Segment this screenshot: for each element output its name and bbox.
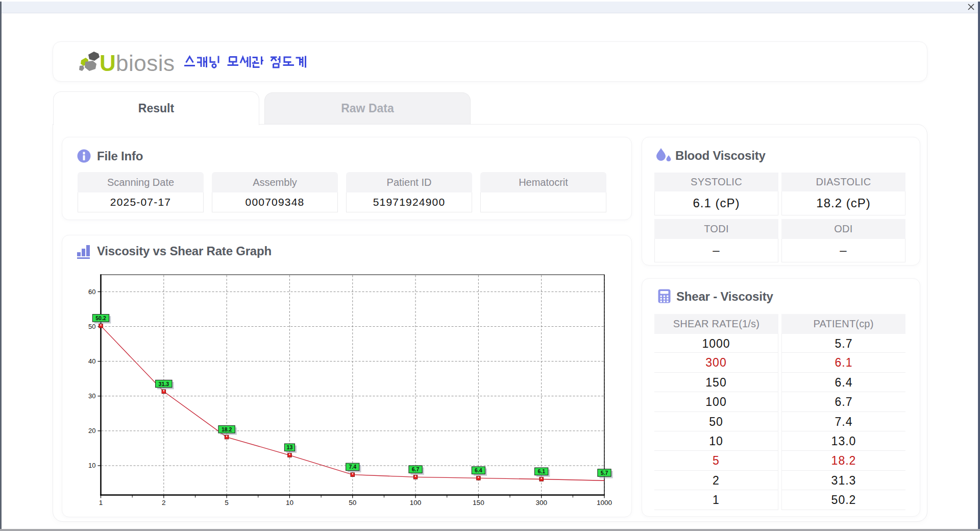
shear-rate-cell: 2 [654,471,778,490]
svg-text:18.2: 18.2 [222,426,232,432]
diastolic-value: 18.2 (cP) [781,191,905,215]
diastolic-header: DIASTOLIC [781,173,905,191]
svg-text:6.4: 6.4 [475,467,482,473]
systolic-value: 6.1 (cP) [654,191,778,215]
odi-value: – [781,239,905,262]
svg-text:6.7: 6.7 [412,466,420,472]
svg-text:2: 2 [162,499,166,506]
tab-result[interactable]: Result [53,91,259,125]
file-info-card: File Info Scanning Date 2025-07-17 Assem… [62,137,632,220]
calculator-icon [658,289,671,303]
svg-text:150: 150 [473,499,484,506]
field-value: 2025-07-17 [78,192,204,212]
file-info-title: File Info [97,149,143,163]
svg-text:40: 40 [88,357,95,365]
ubiosis-logo-icon [79,52,100,71]
app-title-korean [183,55,326,72]
shear-rate-cell: 1 [654,490,778,510]
blood-drops-icon [655,147,673,164]
logo-letter-u: U [100,51,116,76]
tab-raw-data[interactable]: Raw Data [264,92,471,124]
shear-rate-cell: 100 [654,392,778,412]
svg-text:10: 10 [286,499,293,506]
logo-letters-biosis: biosis [116,51,175,76]
shear-rate-column-header: SHEAR RATE(1/s) [654,314,778,333]
svg-text:31.3: 31.3 [159,381,169,387]
info-icon [77,149,91,163]
shear-rate-cell: 150 [654,373,778,392]
shear-rate-cell: 1000 [654,333,778,353]
svg-text:100: 100 [410,499,422,506]
shear-rate-cell: 10 [654,431,778,451]
ubiosis-logo: U biosis [76,49,201,78]
shear-rate-cell: 300 [654,353,778,372]
window-border-bottom [0,529,980,531]
window-titlebar [0,2,980,13]
field-value: 000709348 [212,192,338,212]
svg-text:13: 13 [287,444,293,450]
todi-header: TODI [654,219,778,239]
svg-text:1000: 1000 [597,499,612,506]
patient-cell: 50.2 [781,490,905,510]
patient-column-header: PATIENT(cp) [781,314,905,333]
svg-text:50.2: 50.2 [95,315,106,321]
patient-cell: 6.4 [781,373,905,392]
svg-text:30: 30 [88,392,95,400]
field-label: Scanning Date [78,172,204,192]
shear-viscosity-title: Shear - Viscosity [676,289,773,304]
patient-cell: 6.7 [781,392,905,412]
svg-text:6.1: 6.1 [537,468,545,474]
patient-cell: 5.7 [781,333,905,353]
field-scanning-date: Scanning Date 2025-07-17 [78,172,204,212]
close-button[interactable] [966,2,978,13]
svg-text:50: 50 [88,323,95,330]
blood-viscosity-card: Blood Viscosity SYSTOLIC DIASTOLIC 6.1 (… [642,137,920,266]
field-hematocrit: Hematocrit [480,172,606,212]
patient-cell: 13.0 [781,431,905,451]
window-border-right [978,2,980,531]
field-patient-id: Patient ID 51971924900 [346,172,472,212]
svg-text:7.4: 7.4 [349,464,356,470]
viscosity-graph-card: Viscosity vs Shear Rate Graph 1020304050… [62,235,632,517]
patient-cell: 7.4 [781,412,905,431]
svg-text:1: 1 [99,499,103,506]
svg-text:5: 5 [225,499,229,506]
field-value: 51971924900 [346,192,472,212]
close-icon [966,2,978,13]
todi-value: – [654,239,778,262]
svg-text:5.7: 5.7 [601,470,608,476]
svg-text:60: 60 [88,288,95,296]
svg-text:20: 20 [88,427,95,435]
blood-viscosity-table-2: TODI ODI – – [654,219,905,262]
patient-cell: 31.3 [781,471,905,490]
shear-viscosity-card: Shear - Viscosity SHEAR RATE(1/s) PATIEN… [642,278,920,517]
window-border-left [0,2,2,529]
shear-viscosity-table: SHEAR RATE(1/s) PATIENT(cp) 10005.73006.… [654,314,905,510]
field-label: Patient ID [346,172,472,192]
blood-viscosity-table-1: SYSTOLIC DIASTOLIC 6.1 (cP) 18.2 (cP) [654,173,905,215]
patient-cell: 6.1 [781,353,905,372]
field-label: Assembly [212,172,338,192]
blood-viscosity-title: Blood Viscosity [675,149,766,163]
patient-cell: 18.2 [781,451,905,470]
svg-text:50: 50 [349,499,356,506]
viscosity-chart: 1020304050601251050100150300100050.231.3… [62,235,632,518]
shear-rate-cell: 50 [654,412,778,431]
svg-text:300: 300 [535,499,547,506]
shear-rate-cell: 5 [654,451,778,470]
systolic-header: SYSTOLIC [654,173,778,191]
svg-text:10: 10 [88,462,95,469]
field-value [480,192,606,212]
header-card: U biosis [53,41,927,82]
odi-header: ODI [781,219,905,239]
field-label: Hematocrit [480,172,606,192]
field-assembly: Assembly 000709348 [212,172,338,212]
